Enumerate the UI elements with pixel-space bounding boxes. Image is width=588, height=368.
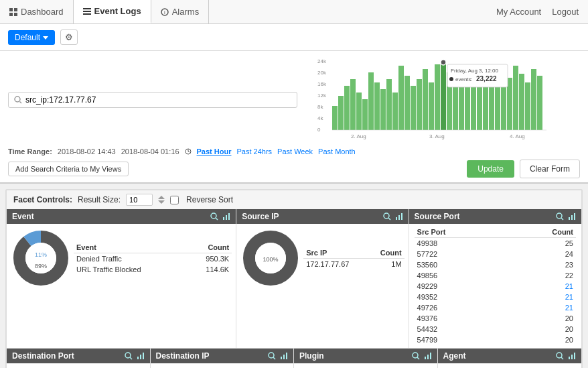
gear-button[interactable]: ⚙ xyxy=(60,29,78,45)
dst-ip-body: Dst IP Count 131.253.61.98137.7K 131.253… xyxy=(151,363,294,368)
add-criteria-button[interactable]: Add Search Criteria to My Views xyxy=(8,162,129,176)
time-range-label: Time Range: xyxy=(8,147,52,156)
time-range-row: Time Range: 2018-08-02 14:43 2018-08-04 … xyxy=(8,147,580,156)
source-ip-table: Src IP Count 172.17.77.67 1M xyxy=(303,247,404,269)
svg-rect-99 xyxy=(281,357,282,359)
past-24hrs-link[interactable]: Past 24hrs xyxy=(237,147,273,156)
past-month-link[interactable]: Past Month xyxy=(318,147,356,156)
svg-text:events:: events: xyxy=(455,76,473,82)
tab-event-logs[interactable]: Event Logs xyxy=(74,0,151,23)
svg-text:4. Aug: 4. Aug xyxy=(510,133,525,139)
svg-rect-109 xyxy=(569,357,570,359)
table-row: 172.17.77.67 1M xyxy=(303,258,404,269)
svg-rect-104 xyxy=(425,357,426,359)
svg-rect-35 xyxy=(429,82,434,130)
svg-rect-95 xyxy=(140,355,141,359)
my-account-link[interactable]: My Account xyxy=(496,7,541,17)
svg-text:24k: 24k xyxy=(317,58,327,64)
svg-rect-0 xyxy=(9,8,13,11)
event-donut: 11% 89% xyxy=(11,228,71,288)
svg-point-92 xyxy=(125,353,131,358)
action-row: Add Search Criteria to My Views Update C… xyxy=(8,160,580,178)
svg-marker-68 xyxy=(158,200,165,204)
svg-text:4k: 4k xyxy=(317,115,323,121)
svg-point-79 xyxy=(384,213,389,219)
svg-point-61 xyxy=(449,77,453,81)
svg-text:2. Aug: 2. Aug xyxy=(351,133,366,139)
search-input-wrap[interactable] xyxy=(8,92,297,108)
past-week-link[interactable]: Past Week xyxy=(277,147,313,156)
svg-rect-45 xyxy=(483,82,488,130)
chart-icon[interactable] xyxy=(424,352,432,360)
svg-text:20k: 20k xyxy=(317,70,327,76)
search-chart-section: 24k 20k 16k 12k 8k 4k 0 xyxy=(0,51,588,184)
agent-icons[interactable] xyxy=(556,352,576,360)
svg-rect-90 xyxy=(571,215,573,220)
search-icon[interactable] xyxy=(268,352,276,360)
chart-icon[interactable] xyxy=(395,212,403,221)
table-row: 5772224 xyxy=(415,249,576,259)
facet-controls-label: Facet Controls: xyxy=(13,195,72,204)
search-icon[interactable] xyxy=(412,352,420,360)
dst-port-icons[interactable] xyxy=(125,352,145,360)
svg-rect-105 xyxy=(427,355,429,359)
clear-form-button[interactable]: Clear Form xyxy=(520,160,580,178)
tab-alarms[interactable]: i Alarms xyxy=(151,0,209,23)
svg-line-80 xyxy=(388,218,390,220)
reverse-sort-checkbox[interactable] xyxy=(170,196,179,204)
table-row: 4935221 xyxy=(415,292,576,302)
search-input[interactable] xyxy=(25,95,291,105)
svg-rect-42 xyxy=(465,86,470,130)
chart-container: 24k 20k 16k 12k 8k 4k 0 xyxy=(303,56,580,143)
nav-right: My Account Logout xyxy=(496,7,588,17)
result-size-input[interactable] xyxy=(126,194,153,206)
event-panel-icons[interactable] xyxy=(210,212,230,221)
chart-icon[interactable] xyxy=(222,212,230,221)
event-col2-header: Count xyxy=(186,242,232,253)
search-icon[interactable] xyxy=(210,212,218,221)
source-port-icons[interactable] xyxy=(556,212,576,221)
table-row: 4972621 xyxy=(415,302,576,313)
info-icon: i xyxy=(161,8,169,16)
svg-rect-52 xyxy=(525,82,530,130)
update-button[interactable]: Update xyxy=(467,160,514,178)
svg-marker-67 xyxy=(158,196,165,199)
dst-ip-icons[interactable] xyxy=(268,352,288,360)
svg-rect-24 xyxy=(362,99,368,130)
dst-port-panel: Destination Port Dst Port Count xyxy=(7,349,151,368)
svg-rect-106 xyxy=(430,353,431,359)
svg-text:i: i xyxy=(164,9,165,15)
svg-text:0: 0 xyxy=(317,127,321,133)
svg-rect-89 xyxy=(569,217,570,220)
svg-rect-31 xyxy=(405,76,410,130)
top-panels: Event 11% xyxy=(6,209,582,349)
time-to: 2018-08-04 01:16 xyxy=(121,147,179,156)
past-hour-link[interactable]: Past Hour xyxy=(197,147,232,156)
logout-link[interactable]: Logout xyxy=(552,7,579,17)
svg-rect-96 xyxy=(143,353,144,359)
svg-rect-50 xyxy=(513,66,518,130)
chart-icon[interactable] xyxy=(568,212,576,221)
chart-icon[interactable] xyxy=(137,352,145,360)
reverse-sort-label: Reverse Sort xyxy=(186,195,233,204)
plugin-icons[interactable] xyxy=(412,352,432,360)
search-icon[interactable] xyxy=(556,352,564,360)
clock-icon xyxy=(185,148,192,155)
plugin-panel: Plugin Plugin Count xyxy=(294,349,438,368)
event-col1-header: Event xyxy=(74,242,186,253)
chart-icon[interactable] xyxy=(280,352,288,360)
table-row: 4985622 xyxy=(415,270,576,281)
search-icon[interactable] xyxy=(383,212,391,221)
agent-body: Agent Count 10.254.2.23950.1K 172.30.35.… xyxy=(438,363,582,368)
svg-line-70 xyxy=(216,218,218,220)
default-button[interactable]: Default xyxy=(8,30,55,45)
search-icon[interactable] xyxy=(556,212,564,221)
svg-text:23,222: 23,222 xyxy=(476,75,497,82)
chart-icon[interactable] xyxy=(568,352,576,360)
svg-rect-3 xyxy=(14,13,17,16)
svg-point-10 xyxy=(15,97,20,102)
svg-rect-29 xyxy=(392,93,398,130)
source-ip-icons[interactable] xyxy=(383,212,403,221)
search-icon[interactable] xyxy=(125,352,133,360)
tab-dashboard[interactable]: Dashboard xyxy=(0,0,74,23)
